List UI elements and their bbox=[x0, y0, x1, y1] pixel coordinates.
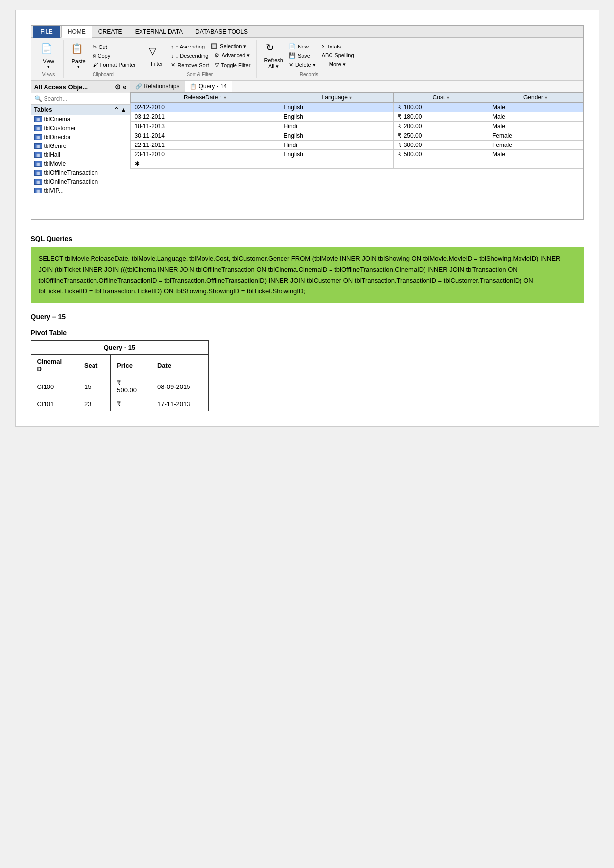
advanced-button[interactable]: ⚙ Advanced ▾ bbox=[212, 51, 252, 60]
paste-button[interactable]: 📋 Paste ▾ bbox=[69, 42, 89, 70]
toggle-filter-button[interactable]: ▽ Toggle Filter bbox=[213, 61, 252, 69]
sort-row-2: ↓ ↓ Descending ⚙ Advanced ▾ bbox=[169, 51, 252, 60]
pivot-cell-cinema: CI101 bbox=[31, 397, 78, 411]
records-col: 📄 New 💾 Save ✕ Delete ▾ bbox=[287, 42, 318, 69]
tables-section-header: Tables ⌃ ▲ bbox=[31, 105, 130, 115]
search-input[interactable] bbox=[44, 96, 127, 102]
tab-home[interactable]: HOME bbox=[61, 26, 92, 38]
copy-icon: ⎘ bbox=[93, 53, 96, 59]
selection-button[interactable]: 🔲 Selection ▾ bbox=[209, 42, 248, 50]
tab-external-data[interactable]: EXTERNAL DATA bbox=[129, 26, 189, 38]
cell-gender: Female bbox=[488, 141, 583, 150]
nav-item-label: tblOnlineTransaction bbox=[44, 178, 98, 185]
nav-item-tblmovie[interactable]: ▦ tblMovie bbox=[31, 159, 130, 168]
format-painter-button[interactable]: 🖌 Format Painter bbox=[91, 61, 138, 69]
cut-button[interactable]: ✂ Cut bbox=[91, 43, 138, 51]
sort-filter-label: Sort & Filter bbox=[187, 72, 213, 77]
sort-row-3: ✕ Remove Sort ▽ Toggle Filter bbox=[169, 61, 252, 69]
refresh-all-button[interactable]: ↻ Refresh All ▾ bbox=[262, 41, 285, 71]
table-row[interactable]: 22-11-2011 Hindi ₹ 300.00 Female bbox=[130, 141, 583, 150]
table-row[interactable]: 23-11-2010 English ₹ 500.00 Male bbox=[130, 150, 583, 159]
pivot-cell-seat: 23 bbox=[78, 397, 110, 411]
sort-arrow-releasedate: ↑ bbox=[220, 95, 222, 100]
filter-label: Filter bbox=[151, 61, 163, 67]
nav-item-tblvip[interactable]: ▦ tblVIP... bbox=[31, 186, 130, 195]
col-releasedate[interactable]: ReleaseDate ↑ ▾ bbox=[130, 93, 280, 103]
tab-query-14[interactable]: 📋 Query - 14 bbox=[185, 81, 233, 92]
nav-item-tblgenre[interactable]: ▦ tblGenre bbox=[31, 142, 130, 150]
table-row[interactable]: 02-12-2010 English ₹ 100.00 Male bbox=[130, 103, 583, 112]
pivot-cell-date: 08-09-2015 bbox=[151, 376, 208, 397]
refresh-icon: ↻ bbox=[266, 42, 282, 57]
nav-item-tblofflinetransaction[interactable]: ▦ tblOfflineTransaction bbox=[31, 168, 130, 177]
col-language[interactable]: Language ▾ bbox=[280, 93, 394, 103]
remove-sort-button[interactable]: ✕ Remove Sort bbox=[169, 61, 211, 69]
delete-button[interactable]: ✕ Delete ▾ bbox=[287, 61, 318, 69]
cell-gender: Male bbox=[488, 103, 583, 112]
table-row[interactable]: 03-12-2011 English ₹ 180.00 Male bbox=[130, 112, 583, 122]
cell-cost: ₹ 200.00 bbox=[394, 122, 488, 131]
nav-item-tblcinema[interactable]: ▦ tblCinema bbox=[31, 115, 130, 124]
nav-item-tblonlinetransaction[interactable]: ▦ tblOnlineTransaction bbox=[31, 177, 130, 186]
tab-file[interactable]: FILE bbox=[33, 26, 60, 38]
refresh-label: Refresh bbox=[264, 57, 283, 63]
tab-create[interactable]: CREATE bbox=[92, 26, 129, 38]
nav-menu-icon[interactable]: ⊙ bbox=[115, 83, 121, 91]
more-button[interactable]: ⋯ More ▾ bbox=[320, 60, 356, 69]
nav-item-label: tblDirector bbox=[44, 134, 71, 141]
nav-item-tblcustomer[interactable]: ▦ tblCustomer bbox=[31, 124, 130, 133]
table-row[interactable]: 30-11-2014 English ₹ 250.00 Female bbox=[130, 131, 583, 141]
cell-language: Hindi bbox=[280, 122, 394, 131]
ribbon-group-records: ↻ Refresh All ▾ 📄 New 💾 Save bbox=[258, 40, 360, 78]
filter-icon-cost: ▾ bbox=[447, 95, 449, 100]
filter-button[interactable]: ▽ Filter bbox=[147, 44, 167, 68]
view-button[interactable]: 📄 View ▾ bbox=[39, 42, 58, 70]
cell-gender: Male bbox=[488, 112, 583, 122]
tab-relationships[interactable]: 🔗 Relationships bbox=[130, 81, 185, 92]
totals-button[interactable]: Σ Totals bbox=[320, 43, 356, 50]
pivot-cell-price: ₹500.00 bbox=[111, 376, 151, 397]
table-icon: ▦ bbox=[34, 143, 42, 149]
ribbon: FILE HOME CREATE EXTERNAL DATA DATABASE … bbox=[31, 26, 583, 81]
cell-date: 02-12-2010 bbox=[130, 103, 280, 112]
tab-query-14-label: Query - 14 bbox=[199, 83, 227, 90]
nav-item-label: tblHall bbox=[44, 151, 60, 158]
nav-item-label: tblVIP... bbox=[44, 187, 64, 194]
nav-item-tbldirector[interactable]: ▦ tblDirector bbox=[31, 133, 130, 142]
ascending-icon: ↑ bbox=[171, 44, 174, 49]
records-col-2: Σ Totals ABC Spelling ⋯ More ▾ bbox=[320, 43, 356, 69]
table-row[interactable]: 18-11-2013 Hindi ₹ 200.00 Male bbox=[130, 122, 583, 131]
ribbon-tabs: FILE HOME CREATE EXTERNAL DATA DATABASE … bbox=[31, 26, 583, 38]
main-area: All Access Obje... ⊙ « 🔍 Tables ⌃ ▲ ▦ bbox=[31, 81, 583, 219]
new-record-row[interactable]: ✱ bbox=[130, 159, 583, 169]
tables-collapse-icon[interactable]: ⌃ ▲ bbox=[114, 106, 126, 113]
filter-icon: ▽ bbox=[149, 45, 165, 61]
save-button[interactable]: 💾 Save bbox=[287, 51, 318, 60]
table-icon: ▦ bbox=[34, 179, 42, 185]
tab-database-tools[interactable]: DATABASE TOOLS bbox=[189, 26, 254, 38]
cell-language: English bbox=[280, 112, 394, 122]
col-gender[interactable]: Gender ▾ bbox=[488, 93, 583, 103]
nav-item-tblhall[interactable]: ▦ tblHall bbox=[31, 150, 130, 159]
cell-language: English bbox=[280, 103, 394, 112]
ascending-button[interactable]: ↑ ↑ Ascending bbox=[169, 43, 207, 50]
cell-cost: ₹ 250.00 bbox=[394, 131, 488, 141]
copy-button[interactable]: ⎘ Copy bbox=[91, 52, 138, 60]
more-icon: ⋯ bbox=[322, 61, 327, 68]
view-icon: 📄 bbox=[41, 43, 56, 58]
nav-collapse-icon[interactable]: « bbox=[123, 83, 127, 91]
relationships-icon: 🔗 bbox=[135, 83, 142, 90]
new-row-indicator: ✱ bbox=[130, 159, 280, 169]
ribbon-content: 📄 View ▾ Views 📋 Paste ▾ bbox=[31, 38, 583, 80]
col-cost[interactable]: Cost ▾ bbox=[394, 93, 488, 103]
datasheet: ReleaseDate ↑ ▾ Language ▾ Cost ▾ Gender… bbox=[130, 92, 583, 219]
paste-icon: 📋 bbox=[71, 43, 87, 58]
spelling-button[interactable]: ABC Spelling bbox=[320, 51, 356, 59]
cell-cost: ₹ 180.00 bbox=[394, 112, 488, 122]
views-items: 📄 View ▾ bbox=[39, 41, 58, 71]
descending-button[interactable]: ↓ ↓ Descending bbox=[169, 52, 210, 60]
pivot-col-date: Date bbox=[151, 355, 208, 376]
filter-icon-language: ▾ bbox=[349, 95, 352, 100]
new-button[interactable]: 📄 New bbox=[287, 42, 318, 50]
records-label: Records bbox=[300, 72, 318, 77]
